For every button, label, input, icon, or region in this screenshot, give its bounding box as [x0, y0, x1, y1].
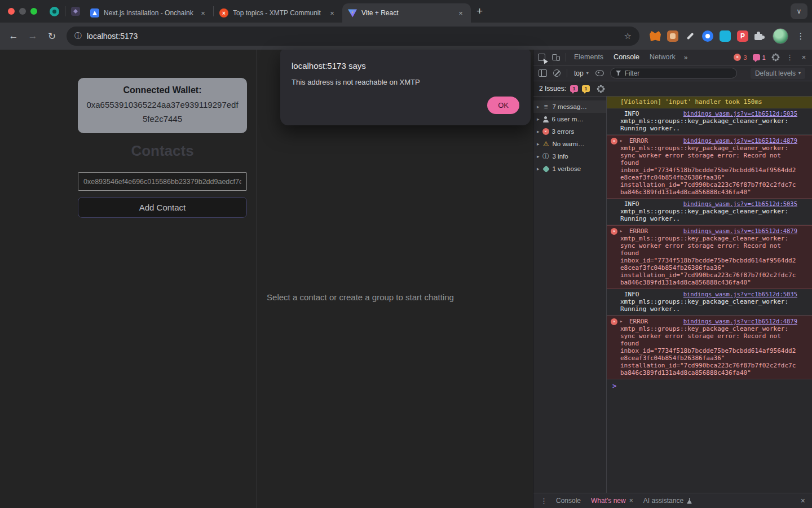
devtools-settings-button[interactable]: [769, 50, 783, 64]
list-icon: ≡: [542, 103, 550, 110]
tab-close-icon[interactable]: ×: [328, 9, 337, 17]
drawer-tab-ai-assistance[interactable]: AI assistance: [638, 493, 697, 508]
drawer-tab-what-s-new[interactable]: What's new×: [586, 493, 638, 508]
info-icon: ⓘ: [542, 153, 550, 160]
disclosure-icon: ▸: [537, 166, 540, 172]
browser-tab-next-js-installation-onchaink[interactable]: Next.js Installation - Onchaink×: [85, 3, 213, 23]
console-filter-3-errors[interactable]: ▸×3 errors: [533, 125, 606, 138]
browser-menu-button[interactable]: ⋮: [794, 27, 807, 45]
disclosure-icon: ▸: [537, 104, 540, 110]
devtools-tabs: ElementsConsoleNetwork: [569, 50, 681, 65]
source-location-link[interactable]: bindings_wasm.js?v=c1b6512d:4879: [679, 227, 797, 235]
page-error-issue-icon[interactable]: 1: [570, 85, 578, 92]
user-messages-icon: [542, 116, 549, 122]
issues-settings-button[interactable]: [594, 82, 608, 96]
message-header: INFObindings_wasm.js?v=c1b6512d:5035: [620, 291, 797, 298]
devtools-tab-elements[interactable]: Elements: [569, 50, 608, 65]
back-button[interactable]: ←: [5, 27, 23, 45]
console-error-badge[interactable]: × 3: [731, 54, 749, 61]
devtools-menu-button[interactable]: ⋮: [783, 50, 797, 64]
pinned-tab-favicon-2[interactable]: [71, 7, 80, 16]
devtools-tab-bar: ElementsConsoleNetwork » × 3 1 ⋮ ×: [533, 50, 812, 65]
console-sidebar-toggle[interactable]: [536, 66, 550, 80]
live-expression-button[interactable]: [593, 66, 607, 80]
log-text: xmtp_mls::groups::key_package_cleaner_wo…: [620, 325, 797, 347]
forward-button[interactable]: →: [24, 27, 42, 45]
tab-close-icon[interactable]: ×: [456, 9, 465, 17]
nextjs-favicon: [90, 8, 99, 17]
disclosure-icon[interactable]: ▸: [620, 318, 623, 325]
puzzle-extension-icon[interactable]: [754, 34, 762, 40]
log-text: xmtp_mls::groups::key_package_cleaner_wo…: [620, 235, 797, 257]
tab-close-icon[interactable]: ×: [198, 9, 208, 17]
source-location-link[interactable]: bindings_wasm.js?v=c1b6512d:4879: [679, 137, 797, 144]
device-toolbar-button[interactable]: [549, 50, 563, 64]
message-header: ERRORbindings_wasm.js?v=c1b6512d:4879: [620, 137, 797, 144]
issues-badge[interactable]: 1: [750, 54, 769, 61]
context-label: top: [574, 69, 584, 77]
console-filter-7-messag[interactable]: ▸≡7 messag…: [533, 100, 606, 113]
gear-icon: [773, 55, 778, 60]
bookmark-star-icon[interactable]: ☆: [619, 31, 637, 41]
error-icon: ×: [734, 54, 741, 61]
pinned-tab-favicon-1[interactable]: [50, 7, 59, 16]
console-message-error: ×▸ERRORbindings_wasm.js?v=c1b6512d:4879x…: [607, 316, 812, 379]
reload-button[interactable]: ↻: [43, 27, 61, 45]
drawer-tab-console[interactable]: Console: [551, 493, 586, 508]
source-location-link[interactable]: bindings_wasm.js?v=c1b6512d:5035: [679, 291, 797, 298]
browser-tab-top-topics-xmtp-communit[interactable]: Top topics - XMTP Communit×: [214, 3, 342, 23]
issue-bubble-icon: [753, 54, 760, 60]
empty-state-text: Select a contact or create a group to st…: [257, 292, 464, 302]
inspect-element-button[interactable]: [535, 50, 549, 64]
execution-context-selector[interactable]: top ▾: [570, 69, 593, 77]
source-location-link[interactable]: bindings_wasm.js?v=c1b6512d:4879: [679, 318, 797, 325]
console-filter-1-verbose[interactable]: ▸1 verbose: [533, 163, 606, 175]
issues-count-label[interactable]: 2 Issues:: [539, 85, 566, 93]
add-contact-button[interactable]: Add Contact: [78, 197, 247, 218]
log-levels-dropdown[interactable]: Default levels ▾: [751, 68, 805, 79]
metamask-extension-icon[interactable]: [650, 31, 661, 41]
frame-extension-icon[interactable]: [667, 30, 678, 42]
devtools-tab-network[interactable]: Network: [645, 50, 681, 65]
disclosure-icon[interactable]: ▸: [620, 137, 623, 144]
console-filter-no-warni[interactable]: ▸⚠No warni…: [533, 138, 606, 150]
dialog-actions: OK: [292, 97, 519, 114]
console-prompt[interactable]: >: [607, 379, 812, 390]
p-badge-extension-icon[interactable]: P: [737, 30, 748, 42]
dialog-ok-button[interactable]: OK: [487, 97, 519, 114]
breaking-change-issue-icon[interactable]: 1: [582, 85, 590, 92]
source-location-link[interactable]: bindings_wasm.js?v=c1b6512d:5035: [679, 200, 797, 208]
blue-dot-extension-icon[interactable]: [702, 30, 713, 42]
tab-search-button[interactable]: ∨: [791, 3, 807, 19]
console-message-info: INFObindings_wasm.js?v=c1b6512d:5035xmtp…: [607, 289, 812, 316]
address-bar[interactable]: ⓘ localhost:5173 ☆: [67, 27, 639, 46]
window-minimize-button[interactable]: [19, 8, 26, 15]
console-filter-input[interactable]: Filter: [610, 68, 737, 78]
source-location-link[interactable]: bindings_wasm.js?v=c1b6512d:5035: [679, 110, 797, 117]
pencil-extension-icon[interactable]: [685, 30, 696, 42]
console-filter-6-user-m[interactable]: ▸6 user m…: [533, 113, 606, 125]
more-tabs-button[interactable]: »: [681, 54, 691, 62]
message-header: ERRORbindings_wasm.js?v=c1b6512d:4879: [620, 318, 797, 325]
disclosure-icon: ▸: [537, 141, 540, 147]
browser-tab-vite-react[interactable]: Vite + React×: [342, 3, 471, 23]
console-main: [Violation] 'input' handler took 150msIN…: [607, 97, 812, 493]
close-icon[interactable]: ×: [629, 497, 633, 505]
window-zoom-button[interactable]: [30, 8, 37, 15]
contact-address-input[interactable]: [78, 172, 247, 191]
drawer-menu-button[interactable]: ⋮: [537, 494, 551, 508]
console-filter-3-info[interactable]: ▸ⓘ3 info: [533, 150, 606, 163]
site-info-icon[interactable]: ⓘ: [74, 31, 82, 41]
devtools-close-button[interactable]: ×: [797, 50, 811, 64]
disclosure-icon[interactable]: ▸: [620, 227, 623, 235]
new-tab-button[interactable]: +: [471, 5, 488, 17]
drawer-close-button[interactable]: ×: [797, 496, 809, 505]
url-text[interactable]: localhost:5173: [87, 32, 138, 41]
devtools-tab-console[interactable]: Console: [608, 50, 645, 65]
window-close-button[interactable]: [8, 8, 15, 15]
message-header: INFObindings_wasm.js?v=c1b6512d:5035: [620, 110, 797, 117]
teal-extension-icon[interactable]: [720, 30, 731, 42]
profile-avatar[interactable]: [773, 28, 788, 44]
clear-console-button[interactable]: [550, 66, 564, 80]
console-message-error: ×▸ERRORbindings_wasm.js?v=c1b6512d:4879x…: [607, 225, 812, 289]
